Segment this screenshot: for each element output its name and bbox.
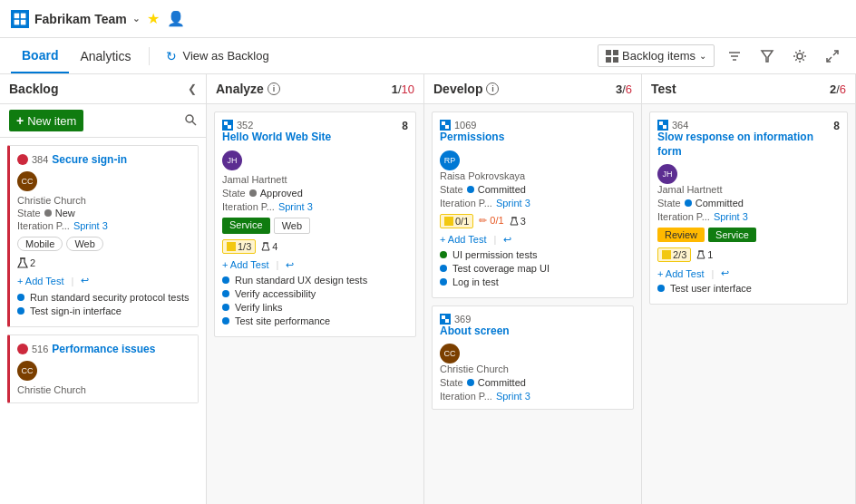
state-dot xyxy=(467,379,474,386)
card-id-area: 352 Hello World Web Site xyxy=(222,120,331,145)
card-title[interactable]: Hello World Web Site xyxy=(222,131,331,145)
expand-icon[interactable] xyxy=(820,44,845,69)
link-icon[interactable]: ↩ xyxy=(721,267,729,279)
flask-count: 4 xyxy=(261,241,277,252)
card-counts: 0/1 ✏ 0/1 3 xyxy=(440,214,626,228)
tag-service[interactable]: Service xyxy=(708,228,756,242)
search-icon[interactable] xyxy=(184,113,197,129)
test-item: Verify accessibility xyxy=(222,288,408,299)
info-icon[interactable]: i xyxy=(486,82,499,95)
column-title-text: Develop xyxy=(433,82,482,96)
add-test-button[interactable]: + Add Test xyxy=(17,276,63,286)
state-value: Committed xyxy=(478,377,526,388)
link-icon[interactable]: ↩ xyxy=(503,234,511,246)
view-as-backlog-button[interactable]: ↻ View as Backlog xyxy=(157,44,277,69)
iteration-field: Iteration P... Sprint 3 xyxy=(17,220,190,231)
sprint-link[interactable]: Sprint 3 xyxy=(278,201,313,212)
sprint-link[interactable]: Sprint 3 xyxy=(73,220,108,231)
iteration-field: Iteration P... Sprint 3 xyxy=(222,201,408,212)
svg-rect-4 xyxy=(606,50,611,55)
svg-rect-33 xyxy=(663,125,666,129)
bug-icon xyxy=(17,154,28,165)
team-chevron-icon[interactable]: ⌄ xyxy=(132,14,140,24)
backlog-items-chevron-icon: ⌄ xyxy=(699,51,706,61)
card-tests: Test user interface xyxy=(657,283,840,294)
link-icon[interactable]: ↩ xyxy=(286,259,294,271)
wi-tags: Mobile Web xyxy=(17,237,190,251)
backlog-title: Backlog xyxy=(9,82,58,96)
svg-rect-1 xyxy=(21,13,26,18)
favorite-icon[interactable]: ★ xyxy=(147,10,160,27)
state-dot xyxy=(685,199,692,207)
tab-analytics[interactable]: Analytics xyxy=(69,40,141,73)
test-item: UI permission tests xyxy=(440,249,626,260)
test-dot xyxy=(440,278,447,286)
tab-board[interactable]: Board xyxy=(11,39,69,73)
backlog-column-header: Backlog ❮ xyxy=(0,74,206,104)
settings-filter-icon[interactable] xyxy=(722,44,747,69)
card-count: 8 xyxy=(833,120,840,132)
tag-service[interactable]: Service xyxy=(222,218,270,234)
members-icon[interactable]: 👤 xyxy=(167,10,185,27)
state-value: New xyxy=(55,208,75,218)
tag-review[interactable]: Review xyxy=(657,228,705,242)
pencil-count: ✏ 0/1 xyxy=(479,215,503,227)
wi-title[interactable]: Performance issues xyxy=(52,343,155,355)
tag-mobile[interactable]: Mobile xyxy=(17,237,63,251)
plus-icon: + xyxy=(16,113,24,128)
info-icon[interactable]: i xyxy=(268,82,280,95)
gear-icon[interactable] xyxy=(787,44,812,69)
test-item: Run standard security protocol tests xyxy=(17,292,190,303)
tag-web[interactable]: Web xyxy=(66,237,102,251)
svg-point-12 xyxy=(797,53,802,59)
card-title[interactable]: Permissions xyxy=(440,131,504,145)
team-logo[interactable]: Fabrikam Team ⌄ xyxy=(11,10,140,28)
iteration-field: Iteration P... Sprint 3 xyxy=(440,391,626,402)
column-develop-title: Develop i xyxy=(433,82,499,96)
state-dot xyxy=(44,209,52,217)
column-test: Test 2/6 364 Slow response on xyxy=(642,74,856,504)
backlog-items-button[interactable]: Backlog items ⌄ xyxy=(598,44,715,67)
sprint-link[interactable]: Sprint 3 xyxy=(714,211,748,222)
add-test-area: + Add Test | ↩ xyxy=(222,259,408,271)
state-value: Committed xyxy=(696,198,744,208)
card-title[interactable]: About screen xyxy=(440,325,510,339)
card-header: 1069 Permissions xyxy=(440,120,626,145)
card-title[interactable]: Slow response on information form xyxy=(657,131,833,159)
backlog-label: View as Backlog xyxy=(182,49,268,63)
link-icon[interactable]: ↩ xyxy=(81,275,89,286)
add-test-button[interactable]: + Add Test xyxy=(440,234,486,245)
svg-rect-24 xyxy=(442,121,445,125)
app-header: Fabrikam Team ⌄ ★ 👤 xyxy=(0,0,856,38)
flask-count: 1 xyxy=(696,249,713,260)
nav-divider xyxy=(149,47,150,65)
state-field: State Committed xyxy=(440,184,626,195)
add-test-button[interactable]: + Add Test xyxy=(222,259,268,270)
story-icon xyxy=(440,120,451,131)
svg-rect-5 xyxy=(613,50,618,55)
tag-web[interactable]: Web xyxy=(274,218,310,234)
add-test-button[interactable]: + Add Test xyxy=(657,268,704,279)
card-header: 364 Slow response on information form 8 xyxy=(657,120,840,159)
column-test-title: Test xyxy=(651,82,676,96)
backlog-item-516[interactable]: 516 Performance issues CC Christie Churc… xyxy=(7,334,199,403)
flask-count: 2 xyxy=(17,257,35,269)
avatar: RP xyxy=(440,150,460,170)
card-id-text: 1069 xyxy=(454,120,476,131)
backlog-item-384[interactable]: 384 Secure sign-in CC Christie Church St… xyxy=(7,145,199,327)
wi-title[interactable]: Secure sign-in xyxy=(52,153,127,166)
state-field: State Committed xyxy=(440,377,626,388)
column-analyze-title: Analyze i xyxy=(216,82,280,96)
backlog-collapse-icon[interactable]: ❮ xyxy=(188,82,197,95)
new-item-label: New item xyxy=(27,114,76,128)
sprint-link[interactable]: Sprint 3 xyxy=(496,391,530,402)
board-card-364: 364 Slow response on information form 8 … xyxy=(649,111,848,305)
new-item-button[interactable]: + New item xyxy=(9,110,83,131)
svg-rect-20 xyxy=(228,125,231,129)
filter-icon[interactable] xyxy=(754,44,780,69)
sprint-link[interactable]: Sprint 3 xyxy=(496,198,530,208)
story-icon xyxy=(657,120,668,131)
svg-rect-7 xyxy=(613,57,618,63)
test-item: Log in test xyxy=(440,276,626,287)
column-develop: Develop i 3/6 1069 P xyxy=(424,74,642,504)
